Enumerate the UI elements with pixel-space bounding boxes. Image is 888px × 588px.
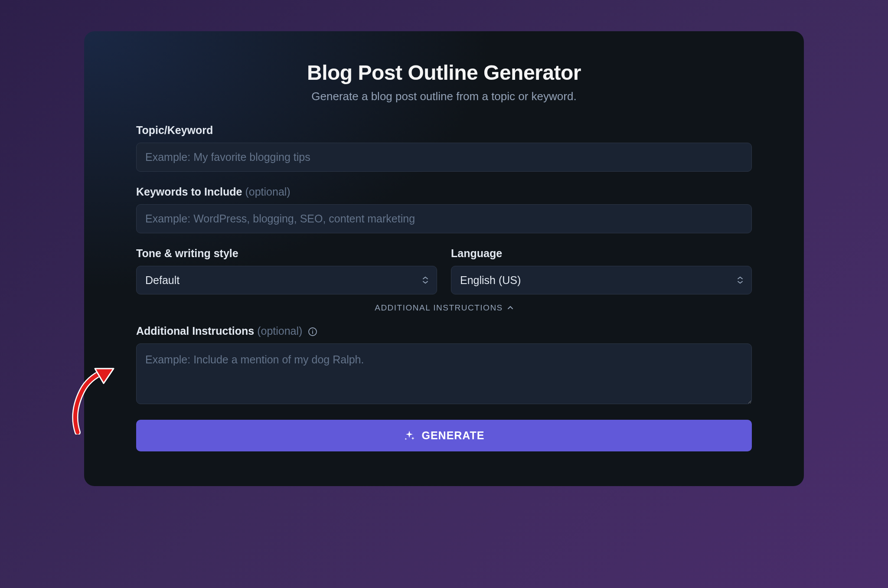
chevron-up-icon (507, 306, 513, 310)
tone-select[interactable]: Default (136, 266, 437, 294)
language-field-group: Language English (US) (451, 247, 752, 294)
keywords-label: Keywords to Include (optional) (136, 186, 752, 198)
generate-button[interactable]: GENERATE (136, 420, 752, 451)
generate-button-label: GENERATE (421, 429, 484, 442)
keywords-input[interactable] (136, 204, 752, 233)
annotation-arrow-icon (58, 365, 119, 434)
additional-toggle-section: ADDITIONAL INSTRUCTIONS (136, 303, 752, 313)
page-title: Blog Post Outline Generator (136, 61, 752, 85)
page-subtitle: Generate a blog post outline from a topi… (136, 90, 752, 103)
additional-optional-text: (optional) (257, 325, 302, 337)
additional-instructions-toggle[interactable]: ADDITIONAL INSTRUCTIONS (375, 303, 513, 313)
card-header: Blog Post Outline Generator Generate a b… (136, 61, 752, 103)
sparkles-icon (403, 430, 415, 442)
topic-input[interactable] (136, 143, 752, 172)
topic-field-group: Topic/Keyword (136, 124, 752, 172)
tone-select-wrapper: Default (136, 266, 437, 294)
language-select-wrapper: English (US) (451, 266, 752, 294)
language-select[interactable]: English (US) (451, 266, 752, 294)
keywords-label-text: Keywords to Include (136, 186, 242, 198)
additional-label: Additional Instructions (optional) (136, 325, 752, 337)
info-icon[interactable] (308, 327, 317, 336)
generator-card: Blog Post Outline Generator Generate a b… (84, 31, 804, 486)
additional-toggle-label: ADDITIONAL INSTRUCTIONS (375, 303, 503, 313)
language-label: Language (451, 247, 752, 260)
additional-field-group: Additional Instructions (optional) (136, 325, 752, 406)
svg-point-2 (312, 330, 313, 330)
tone-label: Tone & writing style (136, 247, 437, 260)
additional-instructions-textarea[interactable] (136, 343, 752, 404)
keywords-field-group: Keywords to Include (optional) (136, 186, 752, 233)
keywords-optional-text: (optional) (245, 186, 290, 198)
tone-field-group: Tone & writing style Default (136, 247, 437, 294)
topic-label: Topic/Keyword (136, 124, 752, 137)
additional-label-text: Additional Instructions (136, 325, 254, 337)
tone-language-row: Tone & writing style Default Language (136, 247, 752, 294)
